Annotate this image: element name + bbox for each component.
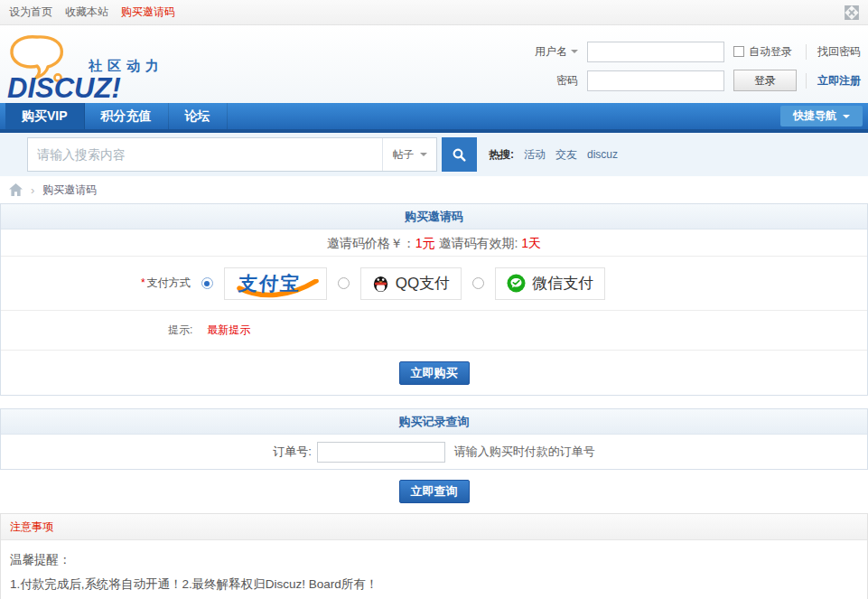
section-gap	[0, 396, 868, 408]
main-nav: 购买VIP 积分充值 论坛 快捷导航	[0, 103, 868, 129]
wechat-pay-label: 微信支付	[532, 273, 593, 294]
qq-pay-option[interactable]: QQ支付	[360, 267, 462, 300]
hot-link-friends[interactable]: 交友	[555, 147, 577, 163]
tip-row: 提示: 最新提示	[1, 311, 867, 351]
username-input[interactable]	[587, 42, 724, 62]
order-number-input[interactable]	[317, 442, 445, 463]
notice-line-1: 温馨提醒：	[10, 548, 858, 572]
nav-item-forum[interactable]: 论坛	[169, 103, 228, 129]
chevron-down-icon	[571, 50, 578, 53]
query-panel: 购买记录查询 订单号: 请输入购买时付款的订单号	[0, 408, 868, 470]
breadcrumb: › 购买邀请码	[0, 176, 868, 203]
notice-line-2: 1.付款完成后,系统将自动开通！2.最终解释权归Discuz! Board所有！	[10, 572, 858, 596]
qq-pay-radio[interactable]	[338, 277, 350, 289]
notice-section: 注意事项 温馨提醒： 1.付款完成后,系统将自动开通！2.最终解释权归Discu…	[0, 513, 868, 599]
login-form: 用户名 自动登录 找回密码 密码 登录 立即注册	[535, 40, 861, 92]
login-button[interactable]: 登录	[733, 70, 797, 91]
query-panel-title: 购买记录查询	[1, 409, 867, 435]
quick-nav-button[interactable]: 快捷导航	[780, 106, 863, 126]
search-category-label: 帖子	[393, 147, 415, 163]
hot-link-activity[interactable]: 活动	[524, 147, 546, 163]
password-label-text: 密码	[556, 73, 578, 89]
wechat-pay-option[interactable]: 微信支付	[495, 267, 605, 300]
nav-item-credit-recharge[interactable]: 积分充值	[85, 103, 169, 129]
search-box: 帖子	[27, 137, 437, 172]
qq-pay-label: QQ支付	[396, 273, 450, 294]
wechat-pay-radio[interactable]	[472, 277, 484, 289]
username-label-text: 用户名	[535, 44, 567, 60]
set-home-link[interactable]: 设为首页	[9, 5, 52, 20]
buy-panel: 购买邀请码 邀请码价格￥：1元 邀请码有效期: 1天 *支付方式 支付宝	[0, 203, 868, 396]
register-link[interactable]: 立即注册	[817, 74, 861, 87]
chevron-down-icon	[420, 153, 427, 156]
site-header: 社区动力 DISCUZ! 用户名 自动登录 找回密码 密码 登录 立即注册	[0, 25, 868, 103]
top-utility-bar: 设为首页 收藏本站 购买邀请码	[0, 0, 868, 25]
buy-invite-link[interactable]: 购买邀请码	[121, 5, 175, 20]
breadcrumb-separator: ›	[31, 183, 34, 197]
search-bar: 帖子 热搜: 活动 交友 discuz	[0, 133, 868, 176]
alipay-label: 支付宝	[237, 271, 301, 296]
price-row: 邀请码价格￥：1元 邀请码有效期: 1天	[1, 229, 867, 257]
validity-label: 邀请码有效期:	[439, 236, 518, 250]
notice-title: 注意事项	[1, 514, 867, 540]
tip-label: 提示:	[168, 323, 192, 338]
alipay-option[interactable]: 支付宝	[224, 267, 327, 300]
validity-value: 1天	[521, 236, 541, 250]
alipay-radio[interactable]	[201, 277, 213, 289]
order-hint: 请输入购买时付款的订单号	[454, 444, 595, 460]
search-button[interactable]	[442, 137, 477, 172]
order-row: 订单号: 请输入购买时付款的订单号	[1, 435, 867, 469]
notice-body: 温馨提醒： 1.付款完成后,系统将自动开通！2.最终解释权归Discuz! Bo…	[1, 540, 867, 599]
forgot-password-link[interactable]: 找回密码	[817, 45, 861, 58]
search-icon	[452, 147, 467, 163]
query-now-button[interactable]: 立即查询	[399, 480, 470, 503]
pay-method-label-text: 支付方式	[147, 276, 191, 289]
order-number-label: 订单号:	[273, 444, 312, 460]
breadcrumb-current: 购买邀请码	[42, 183, 97, 198]
qq-penguin-icon	[372, 274, 389, 293]
pay-method-label: *支付方式	[141, 276, 191, 291]
nav-right: 快捷导航	[780, 106, 863, 126]
hot-link-discuz[interactable]: discuz	[587, 148, 618, 161]
username-label[interactable]: 用户名	[535, 44, 578, 60]
buy-now-button[interactable]: 立即购买	[399, 361, 470, 385]
fullscreen-toggle-icon[interactable]	[845, 5, 859, 20]
search-input[interactable]	[28, 138, 382, 171]
password-label: 密码	[556, 73, 578, 89]
discuz-logo[interactable]: 社区动力 DISCUZ!	[5, 27, 222, 103]
chevron-down-icon	[843, 115, 850, 118]
search-category-select[interactable]: 帖子	[382, 138, 436, 171]
query-button-row: 立即查询	[0, 470, 868, 513]
favorite-link[interactable]: 收藏本站	[65, 5, 108, 20]
logo-title: DISCUZ!	[7, 72, 121, 105]
nav-item-buy-vip[interactable]: 购买VIP	[5, 103, 85, 129]
buy-button-row: 立即购买	[1, 351, 867, 395]
pay-method-row: *支付方式 支付宝 QQ支付	[1, 257, 867, 311]
latest-tip-link[interactable]: 最新提示	[207, 323, 250, 338]
auto-login-option[interactable]: 自动登录	[733, 44, 797, 60]
price-label: 邀请码价格￥：	[327, 236, 415, 250]
password-input[interactable]	[587, 70, 724, 91]
price-value: 1元	[415, 236, 435, 250]
required-mark: *	[141, 276, 145, 289]
alipay-logo: 支付宝	[236, 270, 315, 297]
home-icon[interactable]	[9, 183, 23, 196]
auto-login-label: 自动登录	[749, 44, 792, 60]
hot-search-label: 热搜:	[489, 147, 514, 163]
auto-login-checkbox[interactable]	[733, 46, 744, 57]
buy-panel-title: 购买邀请码	[1, 204, 867, 229]
hot-search: 热搜: 活动 交友 discuz	[489, 147, 618, 163]
quick-nav-label: 快捷导航	[793, 108, 836, 124]
wechat-pay-icon	[507, 274, 526, 293]
